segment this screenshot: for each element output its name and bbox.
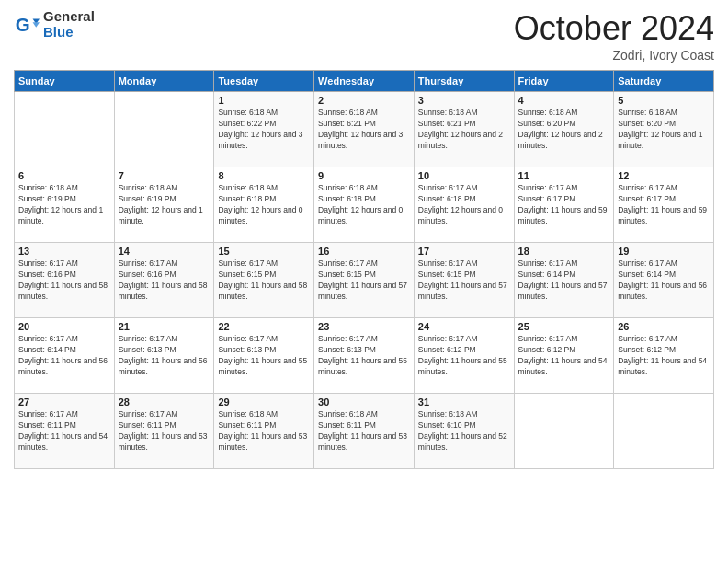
calendar-cell: 22Sunrise: 6:17 AM Sunset: 6:13 PM Dayli… [214,318,314,394]
title-block: October 2024 Zodri, Ivory Coast [514,9,714,63]
day-info: Sunrise: 6:17 AM Sunset: 6:13 PM Dayligh… [218,334,310,378]
calendar: SundayMondayTuesdayWednesdayThursdayFrid… [14,70,714,469]
day-number: 3 [418,95,510,106]
day-info: Sunrise: 6:17 AM Sunset: 6:14 PM Dayligh… [618,259,710,303]
day-info: Sunrise: 6:18 AM Sunset: 6:22 PM Dayligh… [218,108,310,152]
day-info: Sunrise: 6:18 AM Sunset: 6:21 PM Dayligh… [318,108,410,152]
calendar-cell: 23Sunrise: 6:17 AM Sunset: 6:13 PM Dayli… [314,318,415,394]
day-info: Sunrise: 6:17 AM Sunset: 6:14 PM Dayligh… [18,334,110,378]
day-info: Sunrise: 6:18 AM Sunset: 6:20 PM Dayligh… [618,108,710,152]
svg-text:G: G [16,13,30,34]
svg-marker-2 [33,22,40,28]
day-info: Sunrise: 6:18 AM Sunset: 6:10 PM Dayligh… [418,409,510,454]
day-info: Sunrise: 6:17 AM Sunset: 6:17 PM Dayligh… [618,183,710,227]
calendar-cell: 16Sunrise: 6:17 AM Sunset: 6:15 PM Dayli… [314,243,415,318]
day-number: 6 [18,170,110,181]
day-info: Sunrise: 6:17 AM Sunset: 6:11 PM Dayligh… [119,409,210,454]
day-number: 13 [18,246,110,257]
calendar-cell: 10Sunrise: 6:17 AM Sunset: 6:18 PM Dayli… [414,167,514,243]
logo-text: General Blue [43,9,95,40]
day-info: Sunrise: 6:17 AM Sunset: 6:12 PM Dayligh… [518,334,610,378]
calendar-cell: 8Sunrise: 6:18 AM Sunset: 6:18 PM Daylig… [214,167,314,243]
calendar-cell: 20Sunrise: 6:17 AM Sunset: 6:14 PM Dayli… [15,318,115,394]
day-info: Sunrise: 6:17 AM Sunset: 6:16 PM Dayligh… [119,259,210,303]
calendar-cell: 12Sunrise: 6:17 AM Sunset: 6:17 PM Dayli… [614,167,714,243]
day-info: Sunrise: 6:18 AM Sunset: 6:18 PM Dayligh… [218,183,310,227]
calendar-cell: 1Sunrise: 6:18 AM Sunset: 6:22 PM Daylig… [214,92,314,167]
day-number: 20 [18,321,110,332]
logo-icon: G [14,12,40,38]
day-number: 10 [418,170,510,181]
day-info: Sunrise: 6:18 AM Sunset: 6:19 PM Dayligh… [18,183,110,227]
logo-blue-text: Blue [43,25,95,40]
calendar-cell: 18Sunrise: 6:17 AM Sunset: 6:14 PM Dayli… [514,243,614,318]
day-number: 29 [218,396,310,408]
day-info: Sunrise: 6:17 AM Sunset: 6:13 PM Dayligh… [119,334,210,378]
week-row-1: 6Sunrise: 6:18 AM Sunset: 6:19 PM Daylig… [15,167,714,243]
calendar-cell: 11Sunrise: 6:17 AM Sunset: 6:17 PM Dayli… [514,167,614,243]
day-number: 22 [218,321,310,332]
day-info: Sunrise: 6:18 AM Sunset: 6:19 PM Dayligh… [119,183,210,227]
day-info: Sunrise: 6:17 AM Sunset: 6:18 PM Dayligh… [418,183,510,227]
day-number: 25 [518,321,610,332]
logo: G General Blue [14,9,95,40]
day-number: 5 [618,95,710,106]
day-info: Sunrise: 6:17 AM Sunset: 6:12 PM Dayligh… [418,334,510,378]
calendar-cell: 7Sunrise: 6:18 AM Sunset: 6:19 PM Daylig… [114,167,214,243]
day-info: Sunrise: 6:17 AM Sunset: 6:12 PM Dayligh… [618,334,710,378]
calendar-cell: 9Sunrise: 6:18 AM Sunset: 6:18 PM Daylig… [314,167,415,243]
calendar-cell: 4Sunrise: 6:18 AM Sunset: 6:20 PM Daylig… [514,92,614,167]
day-number: 28 [119,396,210,408]
day-number: 1 [218,95,310,106]
day-number: 27 [18,396,110,408]
day-number: 4 [518,95,610,106]
day-info: Sunrise: 6:18 AM Sunset: 6:18 PM Dayligh… [318,183,410,227]
day-info: Sunrise: 6:18 AM Sunset: 6:20 PM Dayligh… [518,108,610,152]
day-number: 23 [318,321,410,332]
day-number: 7 [119,170,210,181]
day-number: 26 [618,321,710,332]
day-number: 8 [218,170,310,181]
day-info: Sunrise: 6:18 AM Sunset: 6:11 PM Dayligh… [218,409,310,454]
calendar-cell [114,92,214,167]
calendar-cell [514,394,614,469]
logo-general-text: General [43,9,95,25]
day-number: 31 [418,396,510,408]
weekday-header-sunday: Sunday [15,71,115,92]
weekday-header-monday: Monday [114,71,214,92]
day-number: 14 [119,246,210,257]
day-number: 19 [618,246,710,257]
day-number: 24 [418,321,510,332]
week-row-4: 27Sunrise: 6:17 AM Sunset: 6:11 PM Dayli… [15,394,714,469]
calendar-cell: 13Sunrise: 6:17 AM Sunset: 6:16 PM Dayli… [15,243,115,318]
day-number: 15 [218,246,310,257]
day-number: 2 [318,95,410,106]
calendar-cell: 21Sunrise: 6:17 AM Sunset: 6:13 PM Dayli… [114,318,214,394]
calendar-cell: 15Sunrise: 6:17 AM Sunset: 6:15 PM Dayli… [214,243,314,318]
day-info: Sunrise: 6:17 AM Sunset: 6:15 PM Dayligh… [218,259,310,303]
weekday-header-wednesday: Wednesday [314,71,415,92]
calendar-cell: 27Sunrise: 6:17 AM Sunset: 6:11 PM Dayli… [15,394,115,469]
day-number: 18 [518,246,610,257]
weekday-header-thursday: Thursday [414,71,514,92]
month-title: October 2024 [514,9,714,48]
calendar-cell [15,92,115,167]
calendar-cell: 6Sunrise: 6:18 AM Sunset: 6:19 PM Daylig… [15,167,115,243]
day-info: Sunrise: 6:17 AM Sunset: 6:17 PM Dayligh… [518,183,610,227]
day-info: Sunrise: 6:17 AM Sunset: 6:11 PM Dayligh… [18,409,110,454]
day-info: Sunrise: 6:17 AM Sunset: 6:16 PM Dayligh… [18,259,110,303]
calendar-cell: 24Sunrise: 6:17 AM Sunset: 6:12 PM Dayli… [414,318,514,394]
calendar-cell: 3Sunrise: 6:18 AM Sunset: 6:21 PM Daylig… [414,92,514,167]
calendar-cell: 28Sunrise: 6:17 AM Sunset: 6:11 PM Dayli… [114,394,214,469]
weekday-header-friday: Friday [514,71,614,92]
calendar-cell: 2Sunrise: 6:18 AM Sunset: 6:21 PM Daylig… [314,92,415,167]
day-number: 30 [318,396,410,408]
calendar-cell: 14Sunrise: 6:17 AM Sunset: 6:16 PM Dayli… [114,243,214,318]
calendar-cell: 17Sunrise: 6:17 AM Sunset: 6:15 PM Dayli… [414,243,514,318]
calendar-cell [614,394,714,469]
day-number: 11 [518,170,610,181]
weekday-header-row: SundayMondayTuesdayWednesdayThursdayFrid… [15,71,714,92]
day-number: 21 [119,321,210,332]
calendar-cell: 19Sunrise: 6:17 AM Sunset: 6:14 PM Dayli… [614,243,714,318]
week-row-3: 20Sunrise: 6:17 AM Sunset: 6:14 PM Dayli… [15,318,714,394]
